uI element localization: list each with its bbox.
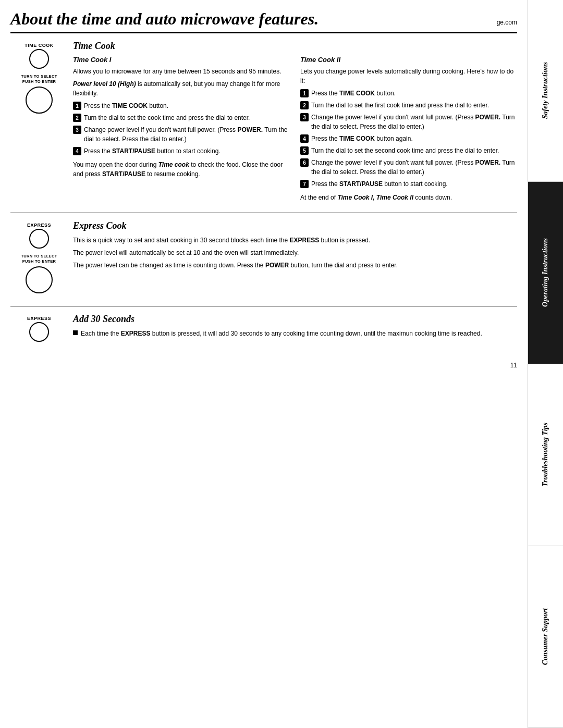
add30-title: Add 30 Seconds (73, 314, 517, 325)
time-cook-i-steps: 1 Press the TIME COOK button. 2 Turn the… (73, 101, 290, 156)
step-1: 1 Press the TIME COOK button. (73, 101, 290, 110)
right-sidebar: Safety Instructions Operating Instructio… (528, 0, 563, 728)
tc2-step-7: 7 Press the START/PAUSE button to start … (300, 179, 517, 189)
express-cook-icon-label: EXPRESS (27, 223, 51, 228)
time-cook-icons: TIME COOK TURN TO SELECT PUSH TO ENTER (10, 41, 68, 205)
step-2: 2 Turn the dial to set the cook time and… (73, 113, 290, 122)
add30-bullet-1: Each time the EXPRESS button is pressed,… (73, 329, 517, 338)
main-content: About the time and auto microwave featur… (0, 0, 528, 728)
express-turn-select-label: TURN TO SELECT PUSH TO ENTER (21, 254, 57, 264)
time-cook-i-footer: You may open the door during Time cook t… (73, 160, 290, 179)
add30-icons: EXPRESS (10, 314, 68, 347)
add30-bullets: Each time the EXPRESS button is pressed,… (73, 329, 517, 338)
time-cook-dial-large (26, 87, 53, 114)
time-cook-body: Time Cook Time Cook I Allows you to micr… (68, 41, 517, 205)
sidebar-tab-safety[interactable]: Safety Instructions (528, 0, 564, 182)
express-cook-dial-large (26, 266, 53, 293)
tc2-step-4: 4 Press the TIME COOK button again. (300, 134, 517, 143)
express-cook-dial (29, 229, 49, 249)
sidebar-tab-operating-label: Operating Instructions (541, 238, 550, 307)
turn-select-label: TURN TO SELECT PUSH TO ENTER (21, 74, 57, 84)
add-30-seconds-section: EXPRESS Add 30 Seconds Each time the EXP… (10, 314, 517, 354)
express-cook-intro: This is a quick way to set and start coo… (73, 236, 517, 245)
time-cook-ii-column: Time Cook II Lets you change power level… (300, 56, 517, 205)
time-cook-ii-steps: 1 Press the TIME COOK button. 2 Turn the… (300, 89, 517, 189)
sidebar-tab-operating[interactable]: Operating Instructions (528, 182, 564, 364)
page-title: About the time and auto microwave featur… (10, 9, 319, 29)
time-cook-section: TIME COOK TURN TO SELECT PUSH TO ENTER T… (10, 41, 517, 213)
time-cook-ii-intro: Lets you change power levels automatical… (300, 67, 517, 85)
add30-body: Add 30 Seconds Each time the EXPRESS but… (68, 314, 517, 347)
time-cook-columns: Time Cook I Allows you to microwave for … (73, 56, 517, 205)
time-cook-i-intro: Allows you to microwave for any time bet… (73, 67, 290, 76)
sidebar-tab-consumer-label: Consumer Support (541, 608, 550, 665)
tc2-step-6: 6 Change the power level if you don't wa… (300, 158, 517, 177)
time-cook-i-power-note: Power level 10 (High) is automatically s… (73, 79, 290, 98)
sidebar-tab-consumer[interactable]: Consumer Support (528, 546, 564, 728)
tc2-step-5: 5 Turn the dial to set the second cook t… (300, 146, 517, 155)
sidebar-tab-troubleshooting-label: Troubleshooting Tips (541, 423, 550, 487)
sidebar-tab-troubleshooting[interactable]: Troubleshooting Tips (528, 364, 564, 546)
sidebar-tab-safety-label: Safety Instructions (541, 62, 550, 119)
time-cook-ii-footer: At the end of Time Cook I, Time Cook II … (300, 193, 517, 202)
express-cook-line3: The power level can be changed as time i… (73, 261, 517, 270)
add30-dial (29, 322, 49, 342)
time-cook-icon-label: TIME COOK (25, 43, 54, 48)
express-cook-title: Express Cook (73, 220, 517, 231)
step-3: 3 Change power level if you don't want f… (73, 125, 290, 144)
ge-url: ge.com (497, 19, 517, 26)
tc2-step-1: 1 Press the TIME COOK button. (300, 89, 517, 98)
page-header: About the time and auto microwave featur… (10, 9, 517, 33)
express-cook-body: Express Cook This is a quick way to set … (68, 220, 517, 299)
time-cook-dial (29, 49, 49, 69)
express-cook-icons: EXPRESS TURN TO SELECT PUSH TO ENTER (10, 220, 68, 299)
time-cook-i-subtitle: Time Cook I (73, 56, 290, 64)
tc2-step-2: 2 Turn the dial to set the first cook ti… (300, 101, 517, 110)
bullet-square-icon (73, 330, 78, 335)
tc2-step-3: 3 Change the power level if you don't wa… (300, 113, 517, 131)
time-cook-ii-subtitle: Time Cook II (300, 56, 517, 64)
time-cook-title: Time Cook (73, 41, 517, 52)
time-cook-i-column: Time Cook I Allows you to microwave for … (73, 56, 290, 205)
express-cook-section: EXPRESS TURN TO SELECT PUSH TO ENTER Exp… (10, 220, 517, 306)
step-4: 4 Press the START/PAUSE button to start … (73, 146, 290, 156)
page-number: 11 (10, 362, 517, 369)
express-cook-line2: The power level will automatically be se… (73, 248, 517, 257)
add30-icon-label: EXPRESS (27, 316, 51, 321)
